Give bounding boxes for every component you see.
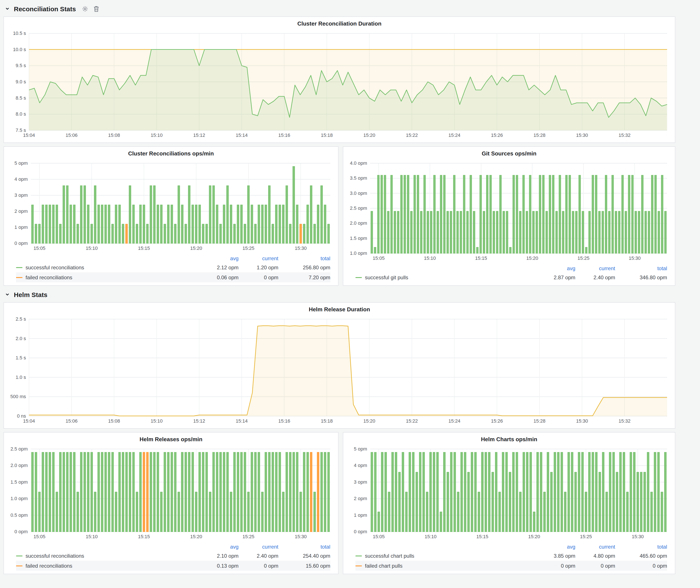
svg-text:15:32: 15:32 (619, 132, 631, 138)
svg-text:15:20: 15:20 (526, 255, 538, 261)
svg-text:0.5 opm: 0.5 opm (11, 512, 28, 518)
svg-text:15:14: 15:14 (236, 132, 248, 138)
svg-text:15:14: 15:14 (236, 418, 248, 424)
svg-text:500 ms: 500 ms (10, 394, 26, 399)
legend-series-failed-reconciliations[interactable]: failed reconciliations (16, 563, 199, 569)
panel-title[interactable]: Cluster Reconciliation Duration (8, 19, 671, 29)
panel-title[interactable]: Helm Releases ops/min (8, 434, 334, 445)
svg-text:15:05: 15:05 (34, 534, 45, 539)
legend-series-failed-chart-pulls[interactable]: failed chart pulls (355, 563, 535, 569)
legend-col-current[interactable]: current (239, 255, 278, 261)
chart-canvas[interactable]: 0 opm1 opm2 opm3 opm4 opm5 opm15:0515:10… (348, 445, 671, 541)
section-header-helm-stats[interactable]: Helm Stats (4, 289, 700, 300)
panel-title[interactable]: Helm Release Duration (8, 304, 671, 315)
svg-text:15:30: 15:30 (295, 246, 307, 251)
section-title: Reconciliation Stats (14, 5, 76, 12)
cluster-reconciliation-duration-chart[interactable]: 7.5 s8.0 s8.5 s9.0 s9.5 s10.0 s10.5 s15:… (8, 29, 671, 140)
legend-row: failed chart pulls 0 opm 0 opm 0 opm (355, 561, 667, 571)
svg-text:1 opm: 1 opm (354, 512, 367, 518)
svg-text:15:22: 15:22 (406, 132, 418, 138)
legend-series-successful-reconciliations[interactable]: successful reconciliations (16, 553, 199, 559)
legend-avg-value: 2.10 opm (199, 553, 239, 559)
svg-text:15:10: 15:10 (86, 534, 98, 539)
svg-text:8.5 s: 8.5 s (16, 95, 26, 101)
chart-canvas[interactable]: 0 opm0.5 opm1.0 opm1.5 opm2.0 opm2.5 opm… (8, 445, 334, 541)
svg-text:9.5 s: 9.5 s (16, 63, 26, 68)
svg-text:15:06: 15:06 (66, 418, 77, 424)
svg-text:3.0 opm: 3.0 opm (350, 191, 367, 196)
legend-col-avg[interactable]: avg (199, 544, 239, 550)
legend-header: avg current total (355, 543, 667, 551)
svg-text:8.0 s: 8.0 s (16, 111, 26, 117)
svg-text:15:24: 15:24 (448, 132, 460, 138)
git-sources-ops-chart[interactable]: 1.0 opm1.5 opm2.0 opm2.5 opm3.0 opm3.5 o… (348, 159, 671, 263)
svg-text:15:20: 15:20 (190, 534, 202, 539)
svg-text:10.5 s: 10.5 s (13, 31, 26, 36)
svg-text:1.0 opm: 1.0 opm (350, 250, 367, 256)
legend-series-successful-git-pulls[interactable]: successful git pulls (355, 274, 535, 280)
legend-col-current[interactable]: current (239, 544, 278, 550)
svg-text:15:12: 15:12 (193, 418, 205, 424)
panel-git-sources-ops: Git Sources ops/min 1.0 opm1.5 opm2.0 op… (343, 146, 675, 286)
svg-text:15:04: 15:04 (23, 418, 35, 424)
series-color-dash (16, 555, 23, 556)
svg-text:15:10: 15:10 (424, 255, 436, 261)
section-header-reconciliation-stats[interactable]: Reconciliation Stats (4, 3, 700, 14)
svg-text:1 opm: 1 opm (15, 225, 28, 230)
legend-col-total[interactable]: total (615, 265, 667, 271)
svg-text:15:16: 15:16 (278, 132, 290, 138)
legend-series-successful-reconciliations[interactable]: successful reconciliations (16, 264, 199, 270)
series-color-dash (16, 565, 23, 566)
svg-text:15:16: 15:16 (278, 418, 290, 424)
svg-text:7.5 s: 7.5 s (16, 128, 26, 133)
chart-canvas[interactable]: 1.0 opm1.5 opm2.0 opm2.5 opm3.0 opm3.5 o… (348, 159, 671, 263)
panel-title[interactable]: Git Sources ops/min (348, 149, 671, 159)
helm-charts-ops-chart[interactable]: 0 opm1 opm2 opm3 opm4 opm5 opm15:0515:10… (348, 445, 671, 541)
svg-text:15:10: 15:10 (151, 132, 163, 138)
svg-text:2 opm: 2 opm (354, 496, 367, 501)
legend-col-avg[interactable]: avg (535, 544, 575, 550)
svg-text:15:30: 15:30 (576, 418, 588, 424)
panel-title[interactable]: Helm Charts ops/min (348, 434, 671, 445)
svg-text:0 opm: 0 opm (354, 529, 367, 534)
helm-releases-ops-chart[interactable]: 0 opm0.5 opm1.0 opm1.5 opm2.0 opm2.5 opm… (8, 445, 334, 541)
legend-col-avg[interactable]: avg (199, 255, 239, 261)
chart-canvas[interactable]: 0 ns500 ms1.0 s1.5 s2.0 s2.5 s15:0415:06… (8, 315, 671, 426)
legend-series-label: successful chart pulls (365, 553, 414, 559)
series-color-dash (16, 267, 23, 268)
legend-series-label: successful reconciliations (26, 553, 84, 559)
svg-text:15:25: 15:25 (580, 534, 592, 539)
grafana-dashboard: Reconciliation Stats Cluster Reconciliat… (0, 0, 700, 588)
svg-text:15:30: 15:30 (295, 534, 307, 539)
svg-text:15:24: 15:24 (448, 418, 460, 424)
chart-canvas[interactable]: 7.5 s8.0 s8.5 s9.0 s9.5 s10.0 s10.5 s15:… (8, 29, 671, 140)
svg-text:15:26: 15:26 (491, 132, 503, 138)
legend-current-value: 0 opm (239, 563, 278, 569)
legend-col-current[interactable]: current (575, 544, 615, 550)
chart-canvas[interactable]: 0 opm1 opm2 opm3 opm4 opm5 opm15:0515:10… (8, 159, 334, 253)
cluster-reconciliations-ops-chart[interactable]: 0 opm1 opm2 opm3 opm4 opm5 opm15:0515:10… (8, 159, 334, 253)
legend-avg-value: 0 opm (535, 563, 575, 569)
svg-text:15:18: 15:18 (321, 418, 333, 424)
svg-text:0 opm: 0 opm (15, 529, 28, 534)
gear-icon[interactable] (82, 5, 89, 12)
series-color-dash (355, 277, 362, 278)
legend-col-total[interactable]: total (615, 544, 667, 550)
svg-text:15:32: 15:32 (619, 418, 631, 424)
svg-text:15:08: 15:08 (108, 418, 120, 424)
svg-text:3 opm: 3 opm (15, 192, 28, 198)
series-color-dash (355, 555, 362, 556)
legend-col-current[interactable]: current (575, 265, 615, 271)
legend-col-avg[interactable]: avg (535, 265, 575, 271)
panel-title[interactable]: Cluster Reconciliations ops/min (8, 149, 334, 159)
svg-text:15:25: 15:25 (242, 534, 254, 539)
legend-series-failed-reconciliations[interactable]: failed reconciliations (16, 274, 199, 280)
helm-release-duration-chart[interactable]: 0 ns500 ms1.0 s1.5 s2.0 s2.5 s15:0415:06… (8, 315, 671, 426)
legend-series-successful-chart-pulls[interactable]: successful chart pulls (355, 553, 535, 559)
trash-icon[interactable] (94, 5, 99, 12)
chevron-down-icon (4, 291, 10, 297)
legend-col-total[interactable]: total (278, 544, 330, 550)
legend-total-value: 15.60 opm (278, 563, 330, 569)
legend-col-total[interactable]: total (278, 255, 330, 261)
svg-text:15:26: 15:26 (491, 418, 503, 424)
